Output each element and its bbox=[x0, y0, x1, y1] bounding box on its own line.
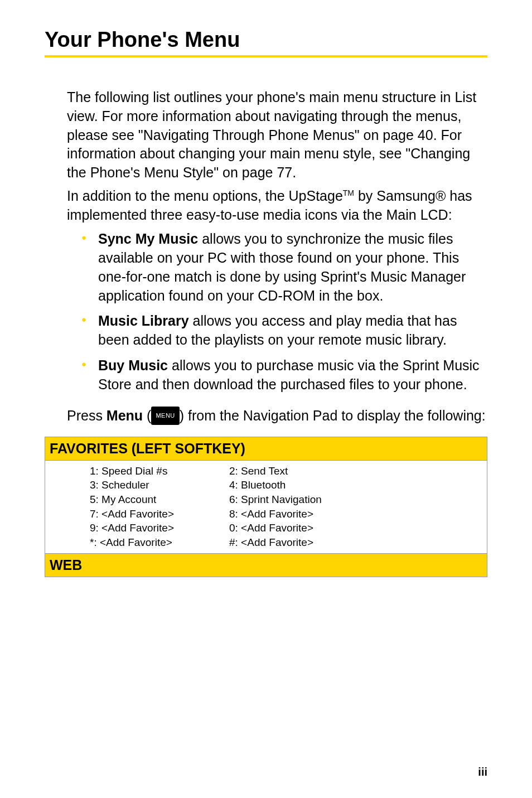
bullet-sync: Sync My Music allows you to synchronize … bbox=[81, 230, 482, 305]
fav-cell: 5: My Account bbox=[90, 492, 229, 507]
fav-cell: 0: <Add Favorite> bbox=[229, 521, 487, 535]
bullet-sync-label: Sync My Music bbox=[98, 231, 198, 246]
trademark-symbol: TM bbox=[343, 188, 354, 197]
favorites-content: 1: Speed Dial #s 2: Send Text 3: Schedul… bbox=[45, 461, 487, 553]
fav-cell: 8: <Add Favorite> bbox=[229, 507, 487, 521]
press-menu-label: Menu bbox=[107, 408, 143, 423]
fav-cell: 9: <Add Favorite> bbox=[90, 521, 229, 535]
intro-p1: The following list outlines your phone's… bbox=[67, 88, 482, 182]
title-underline bbox=[45, 55, 487, 57]
fav-row: 7: <Add Favorite> 8: <Add Favorite> bbox=[90, 507, 487, 521]
press-a: Press bbox=[67, 408, 107, 423]
favorites-header: FAVORITES (LEFT SOFTKEY) bbox=[45, 437, 487, 461]
fav-cell: 4: Bluetooth bbox=[229, 478, 487, 492]
intro-p2: In addition to the menu options, the UpS… bbox=[67, 187, 482, 225]
press-paren-close: ) from the Navigation Pad to display the… bbox=[180, 408, 486, 423]
bullet-library: Music Library allows you access and play… bbox=[81, 312, 482, 350]
bullet-buy-label: Buy Music bbox=[98, 357, 168, 373]
fav-row: 3: Scheduler 4: Bluetooth bbox=[90, 478, 487, 492]
fav-cell: 6: Sprint Navigation bbox=[229, 492, 487, 507]
bullet-list: Sync My Music allows you to synchronize … bbox=[81, 230, 482, 394]
fav-row: 1: Speed Dial #s 2: Send Text bbox=[90, 464, 487, 478]
page-number: iii bbox=[478, 766, 487, 778]
body-text: The following list outlines your phone's… bbox=[67, 88, 482, 394]
fav-row: *: <Add Favorite> #: <Add Favorite> bbox=[90, 535, 487, 550]
page-title: Your Phone's Menu bbox=[45, 28, 487, 52]
fav-cell: 1: Speed Dial #s bbox=[90, 464, 229, 478]
press-menu-instruction: Press Menu (MENU) from the Navigation Pa… bbox=[67, 404, 487, 428]
menu-button-icon: MENU bbox=[151, 407, 179, 425]
fav-cell: 2: Send Text bbox=[229, 464, 487, 478]
bullet-buy: Buy Music allows you to purchase music v… bbox=[81, 356, 482, 394]
intro-p2a: In addition to the menu options, the UpS… bbox=[67, 188, 343, 204]
fav-row: 9: <Add Favorite> 0: <Add Favorite> bbox=[90, 521, 487, 535]
fav-cell: 3: Scheduler bbox=[90, 478, 229, 492]
bullet-library-label: Music Library bbox=[98, 313, 189, 328]
fav-row: 5: My Account 6: Sprint Navigation bbox=[90, 492, 487, 507]
web-header: WEB bbox=[45, 553, 487, 577]
fav-cell: 7: <Add Favorite> bbox=[90, 507, 229, 521]
press-paren-open: ( bbox=[143, 408, 151, 423]
fav-cell: #: <Add Favorite> bbox=[229, 535, 487, 550]
fav-cell: *: <Add Favorite> bbox=[90, 535, 229, 550]
